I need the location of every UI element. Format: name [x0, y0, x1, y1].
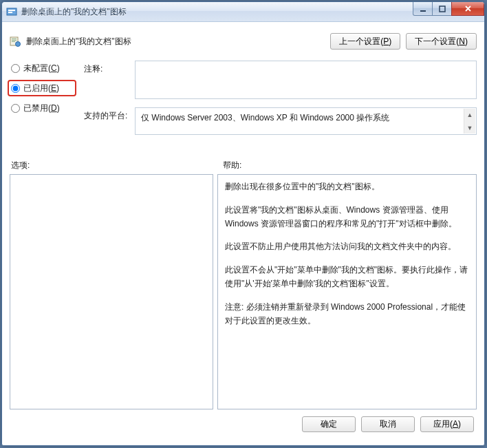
help-paragraph: 注意: 必须注销并重新登录到 Windows 2000 Professional…: [225, 301, 469, 328]
options-panel[interactable]: [10, 174, 213, 409]
state-radios: 未配置(C) 已启用(E) 已禁用(D): [10, 61, 74, 135]
dialog-window: 删除桌面上的"我的文档"图标 删除桌面上的"我的文档"图标 上一个设置(P) 下…: [1, 1, 485, 446]
comment-label: 注释:: [84, 61, 128, 75]
fields-column: 注释: 支持的平台: 仅 Windows Server 2003、Windows…: [84, 61, 477, 135]
window-buttons: [413, 2, 484, 16]
help-paragraph: 此设置将"我的文档"图标从桌面、Windows 资源管理器、使用 Windows…: [225, 204, 469, 231]
svg-rect-7: [12, 40, 17, 41]
app-icon: [6, 6, 17, 17]
radio-enabled[interactable]: 已启用(E): [10, 82, 74, 94]
scroll-down-icon[interactable]: ▼: [464, 122, 475, 134]
apply-button[interactable]: 应用(A): [420, 416, 474, 432]
panels-row: 删除出现在很多位置中的"我的文档"图标。 此设置将"我的文档"图标从桌面、Win…: [10, 174, 477, 409]
radio-disabled-input[interactable]: [11, 104, 20, 113]
window-title: 删除桌面上的"我的文档"图标: [21, 6, 127, 18]
cancel-button[interactable]: 取消: [361, 416, 415, 432]
middle-section: 未配置(C) 已启用(E) 已禁用(D) 注释: 支持的平台:: [10, 61, 477, 135]
options-label: 选项:: [10, 160, 216, 171]
svg-rect-1: [8, 10, 15, 11]
help-paragraph: 此设置不会从"开始"菜单中删除"我的文档"图标。要执行此操作，请使用"从'开始'…: [225, 264, 469, 291]
platform-text: 仅 Windows Server 2003、Windows XP 和 Windo…: [141, 113, 389, 122]
help-paragraph: 此设置不防止用户使用其他方法访问我的文档文件夹中的内容。: [225, 240, 469, 254]
svg-rect-6: [12, 39, 17, 39]
dialog-footer: 确定 取消 应用(A): [10, 409, 477, 438]
svg-rect-3: [420, 10, 426, 12]
comment-row: 注释:: [84, 61, 477, 99]
minimize-button[interactable]: [413, 2, 433, 16]
platform-box: 仅 Windows Server 2003、Windows XP 和 Windo…: [135, 107, 477, 135]
platform-scrollbar[interactable]: ▲ ▼: [464, 109, 475, 134]
svg-rect-8: [12, 41, 15, 42]
header-row: 删除桌面上的"我的文档"图标 上一个设置(P) 下一个设置(N): [10, 29, 477, 54]
policy-icon: [10, 36, 21, 47]
content-area: 删除桌面上的"我的文档"图标 上一个设置(P) 下一个设置(N) 未配置(C) …: [2, 22, 484, 445]
maximize-button[interactable]: [432, 2, 452, 16]
section-labels: 选项: 帮助:: [10, 160, 477, 171]
help-panel[interactable]: 删除出现在很多位置中的"我的文档"图标。 此设置将"我的文档"图标从桌面、Win…: [217, 174, 477, 409]
radio-not-configured-input[interactable]: [11, 64, 20, 73]
radio-disabled[interactable]: 已禁用(D): [10, 102, 74, 114]
svg-point-9: [16, 42, 21, 47]
svg-rect-4: [440, 6, 445, 12]
radio-enabled-input[interactable]: [11, 84, 20, 93]
comment-input[interactable]: [135, 61, 477, 99]
ok-button[interactable]: 确定: [302, 416, 356, 432]
help-paragraph: 删除出现在很多位置中的"我的文档"图标。: [225, 180, 469, 194]
scroll-up-icon[interactable]: ▲: [464, 109, 475, 120]
policy-title: 删除桌面上的"我的文档"图标: [26, 36, 131, 47]
titlebar[interactable]: 删除桌面上的"我的文档"图标: [2, 2, 484, 22]
close-button[interactable]: [451, 2, 484, 16]
svg-rect-2: [8, 12, 12, 13]
help-label: 帮助:: [216, 160, 477, 171]
platform-label: 支持的平台:: [84, 107, 128, 122]
radio-not-configured[interactable]: 未配置(C): [10, 62, 74, 74]
platform-row: 支持的平台: 仅 Windows Server 2003、Windows XP …: [84, 107, 477, 135]
previous-setting-button[interactable]: 上一个设置(P): [330, 33, 400, 50]
next-setting-button[interactable]: 下一个设置(N): [406, 33, 477, 50]
